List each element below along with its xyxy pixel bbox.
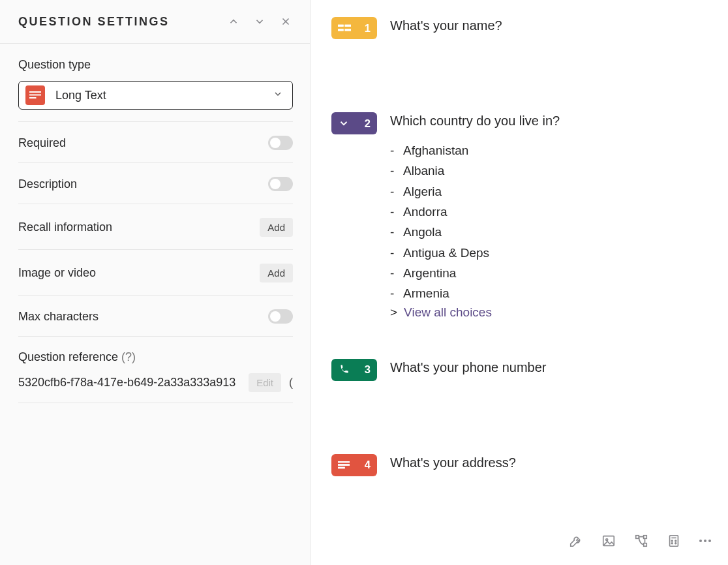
question-item[interactable]: 4 What's your address?: [331, 454, 714, 476]
reference-label-text: Question reference: [18, 350, 118, 363]
question-type-value: Long Text: [55, 89, 273, 102]
settings-body: Question type Long Text Required Descrip…: [0, 44, 310, 403]
question-content: What's your name?: [390, 17, 714, 35]
arrow-right-icon: >: [390, 305, 397, 320]
description-toggle[interactable]: [268, 177, 293, 191]
svg-rect-6: [345, 25, 351, 27]
svg-rect-17: [670, 536, 678, 547]
choice-item: -Andorra: [390, 202, 714, 222]
svg-rect-15: [644, 536, 647, 539]
svg-rect-8: [345, 29, 351, 31]
logic-tool-button[interactable]: [631, 531, 651, 551]
question-text: What's your address?: [390, 454, 714, 472]
choice-text: Antigua & Deps: [403, 243, 489, 263]
choice-text: Andorra: [403, 202, 447, 222]
reference-value-row: 5320cfb6-f78a-417e-b649-2a33a333a913 Edi…: [18, 373, 293, 392]
question-type-select[interactable]: Long Text: [18, 81, 293, 110]
chevron-up-icon: [228, 16, 239, 27]
question-number: 3: [365, 363, 371, 376]
view-all-choices-link[interactable]: View all choices: [404, 305, 492, 320]
long-text-icon: [338, 461, 350, 469]
image-icon: [601, 534, 616, 548]
question-item[interactable]: 1 What's your name?: [331, 17, 714, 39]
reference-edit-button[interactable]: Edit: [249, 373, 281, 392]
question-text: Which country do you live in?: [390, 112, 714, 130]
svg-point-13: [606, 539, 608, 541]
svg-point-21: [671, 543, 673, 544]
more-icon: [699, 540, 711, 542]
question-text: What's your phone number: [390, 359, 714, 376]
recall-add-button[interactable]: Add: [260, 218, 293, 237]
wrench-icon: [569, 534, 583, 548]
long-text-icon: [25, 85, 45, 105]
chevron-down-icon: [254, 16, 265, 27]
choice-text: Algeria: [403, 181, 442, 202]
svg-point-22: [675, 543, 676, 544]
question-settings-panel: QUESTION SETTINGS Question type L: [0, 0, 311, 565]
choice-item: -Angola: [390, 222, 714, 242]
choice-item: -Argentina: [390, 263, 714, 283]
question-badge: 4: [331, 454, 377, 476]
media-row: Image or video Add: [18, 250, 293, 296]
svg-rect-10: [338, 464, 350, 465]
dropdown-icon: [338, 117, 350, 129]
choice-text: Angola: [403, 222, 442, 242]
image-tool-button[interactable]: [599, 531, 618, 551]
question-number: 4: [365, 459, 371, 471]
choice-text: Afghanistan: [403, 140, 468, 160]
close-settings-button[interactable]: [279, 14, 293, 29]
description-label: Description: [18, 177, 77, 191]
maxchars-label: Max characters: [18, 310, 99, 324]
more-tool-button[interactable]: [697, 537, 714, 545]
media-add-button[interactable]: Add: [260, 264, 293, 282]
short-text-icon: [338, 24, 351, 32]
phone-icon: [338, 364, 350, 376]
branch-icon: [634, 534, 648, 548]
maxchars-row: Max characters: [18, 296, 293, 337]
questions-list: 1 What's your name? 2 Which country do y…: [311, 0, 728, 565]
svg-rect-5: [338, 25, 343, 27]
choice-text: Argentina: [403, 263, 456, 283]
prev-question-button[interactable]: [226, 14, 241, 29]
reference-tail-paren: (: [289, 376, 293, 389]
question-text: What's your name?: [390, 17, 714, 35]
chevron-down-icon: [273, 89, 283, 102]
choices-list: -Afghanistan -Albania -Algeria -Andorra …: [390, 140, 714, 320]
recall-row: Recall information Add: [18, 204, 293, 250]
svg-point-19: [671, 540, 673, 542]
settings-tool-button[interactable]: [566, 531, 586, 551]
settings-title: QUESTION SETTINGS: [18, 15, 170, 29]
close-icon: [280, 16, 292, 27]
choice-item: -Algeria: [390, 181, 714, 202]
description-row: Description: [18, 163, 293, 204]
svg-rect-4: [29, 97, 37, 99]
question-content: Which country do you live in? -Afghanist…: [390, 112, 714, 320]
question-toolbar: [566, 531, 714, 551]
maxchars-toggle[interactable]: [268, 309, 293, 324]
choice-item: -Armenia: [390, 283, 714, 303]
svg-rect-11: [338, 467, 345, 468]
question-badge: 2: [331, 112, 377, 134]
question-number: 2: [365, 117, 371, 130]
view-all-row: > View all choices: [390, 305, 714, 320]
question-reference-block: Question reference (?) 5320cfb6-f78a-417…: [18, 337, 293, 403]
next-question-button[interactable]: [252, 14, 267, 29]
reference-hint-icon[interactable]: (?): [121, 350, 136, 363]
media-label: Image or video: [18, 266, 96, 280]
reference-label: Question reference (?): [18, 350, 293, 364]
reference-value: 5320cfb6-f78a-417e-b649-2a33a333a913: [18, 376, 241, 389]
svg-rect-16: [644, 543, 647, 547]
question-content: What's your phone number: [390, 359, 714, 376]
question-badge: 3: [331, 359, 377, 381]
question-item[interactable]: 3 What's your phone number: [331, 359, 714, 381]
question-number: 1: [365, 22, 371, 35]
choice-item: -Antigua & Deps: [390, 243, 714, 263]
required-label: Required: [18, 136, 66, 150]
required-row: Required: [18, 122, 293, 163]
svg-rect-9: [338, 461, 350, 463]
calculator-tool-button[interactable]: [664, 531, 684, 551]
settings-header-actions: [226, 14, 293, 29]
settings-header: QUESTION SETTINGS: [0, 0, 310, 44]
question-item[interactable]: 2 Which country do you live in? -Afghani…: [331, 112, 714, 320]
required-toggle[interactable]: [268, 136, 293, 150]
